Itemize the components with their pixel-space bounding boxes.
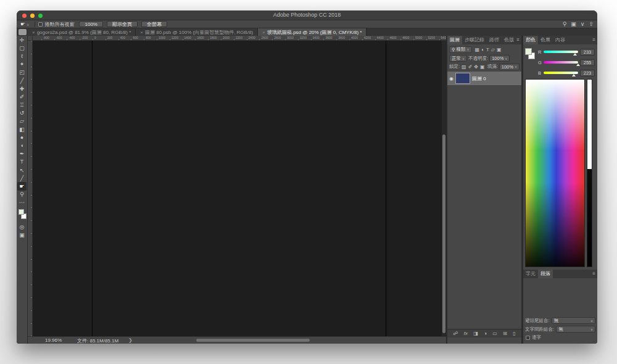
channel-value-field[interactable]: 255 <box>580 59 595 66</box>
checkbox-box[interactable] <box>526 336 530 340</box>
channel-value-field[interactable]: 223 <box>580 70 595 77</box>
close-tab-icon[interactable]: × <box>32 30 35 35</box>
panel-menu-icon[interactable]: ≡ <box>592 36 595 44</box>
layer-visibility-icon[interactable]: ◉ <box>449 76 453 81</box>
link-layers-icon[interactable]: ☍ <box>453 331 458 336</box>
lasso-tool[interactable]: ℓ <box>17 52 27 60</box>
document-tab-gogoro2a[interactable]: × gogoro2a.psd @ 81.9% (圖層 80, RGB/8) * <box>28 28 136 36</box>
lock-transparent-pixels-icon[interactable]: ▨ <box>462 64 466 70</box>
history-brush-tool[interactable]: ↺ <box>17 109 27 117</box>
zoom-window-button[interactable] <box>38 14 43 18</box>
mojikumi-dropdown[interactable]: 無 ∨ <box>556 326 595 333</box>
checkbox-box[interactable] <box>38 22 43 27</box>
foreground-color-swatch[interactable] <box>525 48 532 55</box>
filter-adjustment-layers-icon[interactable]: ◐ <box>481 47 484 52</box>
edit-in-quick-mask-icon[interactable]: ◎ <box>17 223 27 231</box>
layer-name[interactable]: 圖層 0 <box>472 75 486 82</box>
brush-tool[interactable]: ✐ <box>17 93 27 101</box>
zoom-tool[interactable]: ⚲ <box>17 191 27 199</box>
status-expander-icon[interactable]: ❯ <box>128 337 133 343</box>
slider-thumb-icon[interactable] <box>576 64 580 66</box>
current-tool-icon[interactable]: ☛ <box>20 21 25 27</box>
gradient-tool[interactable]: ◧ <box>17 125 27 133</box>
filter-smart-objects-icon[interactable]: ▣ <box>497 47 502 52</box>
close-tab-icon[interactable]: × <box>262 30 265 35</box>
fill-dropdown[interactable]: 100% ∨ <box>499 64 520 70</box>
panel-menu-icon[interactable]: ≡ <box>592 270 595 278</box>
path-selection-tool[interactable]: ↖ <box>17 166 27 174</box>
line-tool[interactable]: ╱ <box>17 174 27 182</box>
slider-track[interactable] <box>544 72 578 74</box>
tab-layers[interactable]: 圖層 <box>447 36 462 44</box>
tab-properties[interactable]: 內容 <box>553 36 568 44</box>
kinsoku-dropdown[interactable]: 無 ∨ <box>552 317 595 324</box>
search-icon[interactable]: ⚲ <box>563 21 567 27</box>
channel-value-field[interactable]: 233 <box>580 49 595 56</box>
more-tools-icon[interactable]: ⋯ <box>17 199 27 207</box>
workspace-caret-icon[interactable]: ∨ <box>581 21 585 27</box>
minimize-window-button[interactable] <box>30 14 35 18</box>
dodge-tool[interactable]: ◖ <box>17 141 27 149</box>
tab-channels[interactable]: 色版 <box>502 36 516 44</box>
tab-paths[interactable]: 路徑 <box>487 36 502 44</box>
horizontal-scrollbar[interactable] <box>139 338 440 342</box>
lock-position-icon[interactable]: ✥ <box>474 64 478 70</box>
workspace-icon[interactable]: ▣ <box>571 21 576 27</box>
new-adjustment-layer-icon[interactable]: ◑ <box>484 331 487 336</box>
tab-color[interactable]: 顏色 <box>523 36 538 44</box>
slider-track[interactable] <box>544 51 578 53</box>
tab-history[interactable]: 步驟記錄 <box>462 36 487 44</box>
slider-track[interactable] <box>544 61 578 64</box>
fit-screen-button[interactable]: 顯示全頁 <box>107 21 138 27</box>
lock-all-icon[interactable]: ▣ <box>480 64 485 70</box>
horizontal-scrollbar-thumb[interactable] <box>196 339 310 342</box>
slider-thumb-icon[interactable] <box>573 53 577 56</box>
move-tool[interactable]: ✛ <box>17 36 27 44</box>
filter-shape-layers-icon[interactable]: ▱ <box>491 47 495 52</box>
opacity-dropdown[interactable]: 100% ∨ <box>489 55 510 62</box>
blue-channel-slider[interactable]: B 223 <box>538 68 595 77</box>
new-group-icon[interactable]: ▭ <box>492 331 497 336</box>
tab-swatches[interactable]: 色票 <box>538 36 553 44</box>
tab-paragraph[interactable]: 段落 <box>538 270 553 278</box>
blend-mode-dropdown[interactable]: 正常 ∨ <box>449 55 467 62</box>
vertical-scrollbar[interactable] <box>442 41 446 336</box>
quick-selection-tool[interactable]: ✦ <box>17 60 27 68</box>
layer-row-selected[interactable]: ◉ 圖層 0 <box>447 72 521 85</box>
zoom-100-button[interactable]: 100% <box>79 21 102 27</box>
eyedropper-tool[interactable]: ╱ <box>17 77 27 85</box>
green-channel-slider[interactable]: G 255 <box>538 58 595 67</box>
zoom-level-field[interactable]: 19.96% <box>45 337 62 343</box>
eraser-tool[interactable]: ▱ <box>17 117 27 125</box>
slider-thumb-icon[interactable] <box>572 74 576 77</box>
layer-filter-kind-dropdown[interactable]: ⚲ 種類 ∨ <box>449 46 472 53</box>
type-tool[interactable]: T <box>17 158 27 166</box>
tab-character[interactable]: 字元 <box>523 270 538 278</box>
delete-layer-icon[interactable]: ▯ <box>513 331 515 336</box>
lightness-strip[interactable] <box>587 79 592 267</box>
marquee-tool[interactable]: ▢ <box>17 44 27 52</box>
red-channel-slider[interactable]: R 233 <box>538 48 595 56</box>
share-icon[interactable]: ⇧ <box>589 21 594 27</box>
color-spectrum-picker[interactable] <box>525 79 585 267</box>
fill-screen-button[interactable]: 全螢幕 <box>141 21 167 27</box>
crop-tool[interactable]: ◰ <box>17 68 27 77</box>
layer-effects-icon[interactable]: fx <box>464 331 468 336</box>
document-canvas[interactable] <box>93 41 386 336</box>
filter-pixel-layers-icon[interactable]: ▦ <box>475 47 480 52</box>
clone-stamp-tool[interactable]: ♖ <box>17 101 27 109</box>
foreground-color-swatch[interactable] <box>19 209 24 215</box>
document-tab-active[interactable]: × 玻璃紙圖稿.psd @ 20% (圖層 0, CMYK/8) * <box>258 28 366 36</box>
panel-menu-icon[interactable]: ≡ <box>516 36 520 44</box>
pen-tool[interactable]: ✒ <box>17 150 27 158</box>
vertical-scrollbar-thumb[interactable] <box>442 134 445 333</box>
scroll-all-windows-checkbox[interactable]: 捲動所有視窗 <box>38 21 74 28</box>
blur-tool[interactable]: ● <box>17 133 27 141</box>
close-window-button[interactable] <box>22 14 27 18</box>
screen-mode-icon[interactable]: ▣ <box>17 231 27 239</box>
tool-preset-caret-icon[interactable]: ∨ <box>27 22 29 27</box>
layer-thumbnail[interactable] <box>455 73 470 84</box>
new-layer-icon[interactable]: ⊞ <box>503 331 507 336</box>
healing-brush-tool[interactable]: ✚ <box>17 85 27 93</box>
add-layer-mask-icon[interactable]: ◨ <box>473 331 478 336</box>
